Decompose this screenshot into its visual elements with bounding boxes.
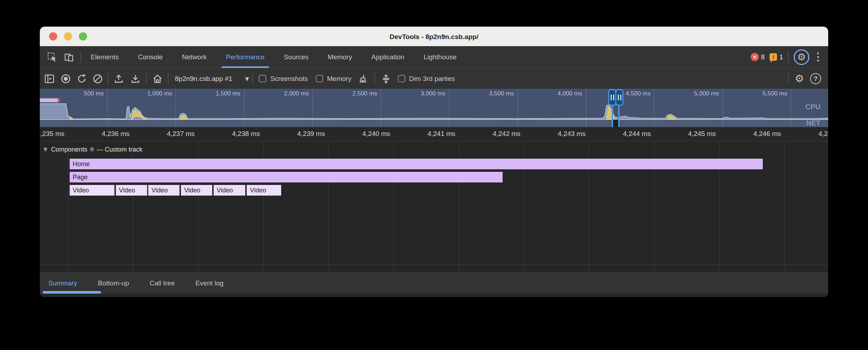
memory-label: Memory (327, 75, 352, 83)
overview-tick-label: 4,000 ms (557, 90, 582, 97)
overview-tick-label: 4,500 ms (626, 90, 650, 97)
flame-chart-area[interactable]: ▼ Components ⚛ — Custom track HomePageVi… (40, 141, 828, 273)
inspect-element-icon[interactable] (47, 52, 58, 62)
active-tab-underline (43, 291, 101, 294)
gear-icon: ⚙ (797, 52, 806, 62)
ruler-tick-label: 4,235 ms (40, 130, 64, 138)
screenshots-checkbox[interactable] (259, 75, 266, 82)
flame-bar-video[interactable]: Video (148, 185, 180, 196)
ruler-tick-label: 4,247 ms (818, 130, 828, 138)
details-tabbar: SummaryBottom-upCall treeEvent log (40, 273, 828, 297)
upload-profile-icon[interactable] (113, 73, 124, 84)
window-bottom-edge (40, 294, 828, 297)
devtools-window: DevTools - 8p2n9n.csb.app/ ElementsConso… (40, 27, 828, 297)
ruler-tick-label: 4,238 ms (232, 130, 260, 138)
overview-tick-label: 5,000 ms (694, 90, 719, 97)
selection-window (613, 120, 618, 127)
reload-and-record-icon[interactable] (76, 73, 87, 84)
timeline-overview[interactable]: 500 ms1,000 ms1,500 ms2,000 ms2,500 ms3,… (40, 89, 828, 127)
tab-call-tree[interactable]: Call tree (139, 279, 185, 287)
issues-icon: ! (770, 53, 777, 61)
ruler-tick-label: 4,246 ms (753, 130, 781, 138)
flame-bar-home[interactable]: Home (70, 159, 763, 169)
toolbar-separator (168, 73, 168, 84)
dim-3rd-parties-label: Dim 3rd parties (409, 75, 455, 83)
time-ruler: 4,235 ms4,236 ms4,237 ms4,238 ms4,239 ms… (40, 127, 828, 141)
window-title: DevTools - 8p2n9n.csb.app/ (40, 27, 828, 46)
overview-tick-label: 2,000 ms (284, 90, 309, 97)
collapse-tracks-icon[interactable] (381, 73, 391, 84)
overview-tick-label: 3,000 ms (421, 90, 446, 97)
settings-button-focused[interactable]: ⚙ (794, 49, 809, 65)
panel-tabs: ElementsConsoleNetworkPerformanceSources… (81, 46, 466, 68)
overview-gridline (381, 89, 381, 127)
clear-icon[interactable] (92, 73, 103, 84)
tab-sources[interactable]: Sources (274, 46, 318, 68)
ruler-tick-label: 4,245 ms (688, 130, 716, 138)
flame-bar-page[interactable]: Page (70, 172, 503, 182)
device-toolbar-icon[interactable] (64, 52, 75, 62)
screenshots-toggle[interactable]: Screenshots (259, 75, 308, 83)
overview-gridline (449, 89, 450, 127)
collect-garbage-icon[interactable] (358, 73, 368, 84)
issues-badge[interactable]: ! 1 (770, 53, 783, 61)
overview-gridline (107, 89, 108, 127)
target-label: 8p2n9n.csb.app #1 (175, 75, 232, 83)
chevron-down-icon: ▼ (245, 76, 249, 82)
tab-lighthouse[interactable]: Lighthouse (414, 46, 466, 68)
flame-bar-video[interactable]: Video (116, 185, 147, 196)
tab-memory[interactable]: Memory (318, 46, 362, 68)
flame-bar-video[interactable]: Video (247, 185, 281, 196)
toolbar-separator (252, 73, 253, 84)
overview-gridline (723, 89, 723, 127)
home-icon[interactable] (152, 73, 163, 84)
overview-gridline (312, 89, 313, 127)
more-options-icon[interactable] (814, 53, 822, 61)
target-selector[interactable]: 8p2n9n.csb.app #1 ▼ (171, 75, 252, 83)
track-divider (40, 264, 828, 265)
help-icon[interactable]: ? (810, 73, 821, 84)
error-count: 8 (761, 53, 765, 61)
memory-checkbox[interactable] (316, 75, 323, 82)
tab-summary[interactable]: Summary (48, 279, 87, 287)
toggle-sidebar-icon[interactable] (44, 73, 55, 84)
record-icon[interactable] (60, 73, 71, 84)
error-icon: ✕ (751, 53, 759, 61)
tab-event-log[interactable]: Event log (185, 279, 234, 287)
overview-gridline (654, 89, 654, 127)
dim-3rd-parties-checkbox[interactable] (398, 75, 405, 82)
tab-elements[interactable]: Elements (81, 46, 128, 68)
overview-tick-label: 3,500 ms (489, 90, 514, 97)
overview-tick-label: 1,000 ms (147, 90, 172, 97)
overview-gridline (586, 89, 586, 127)
memory-toggle[interactable]: Memory (316, 75, 352, 83)
tab-bottom-up[interactable]: Bottom-up (87, 279, 139, 287)
custom-track-title: Components ⚛ — Custom track (51, 146, 143, 153)
custom-track-header[interactable]: ▼ Components ⚛ — Custom track (43, 144, 143, 155)
performance-toolbar: 8p2n9n.csb.app #1 ▼ Screenshots Memory (40, 69, 828, 89)
collapse-caret-icon[interactable]: ▼ (43, 146, 48, 153)
overview-gridline (518, 89, 518, 127)
ruler-tick-label: 4,242 ms (493, 130, 520, 138)
download-profile-icon[interactable] (130, 73, 141, 84)
toolbar-separator (108, 73, 108, 84)
screenshots-label: Screenshots (270, 75, 308, 83)
tab-application[interactable]: Application (362, 46, 414, 68)
tab-performance[interactable]: Performance (216, 46, 274, 68)
ruler-tick-label: 4,241 ms (428, 130, 455, 138)
flame-bar-video[interactable]: Video (70, 185, 115, 196)
flame-bar-video[interactable]: Video (214, 185, 246, 196)
tab-console[interactable]: Console (128, 46, 172, 68)
overview-gridline (244, 89, 245, 127)
overview-tick-label: 1,500 ms (216, 90, 241, 97)
devtools-tabbar: ElementsConsoleNetworkPerformanceSources… (40, 46, 828, 68)
dim-3rd-parties-toggle[interactable]: Dim 3rd parties (398, 75, 455, 83)
overview-gridline (176, 89, 176, 127)
selection-right-handle[interactable] (615, 89, 623, 106)
error-badge[interactable]: ✕ 8 (751, 53, 765, 61)
toolbar-separator (788, 73, 789, 84)
tab-network[interactable]: Network (172, 46, 216, 68)
ruler-tick-label: 4,240 ms (362, 130, 390, 138)
performance-settings-icon[interactable]: ⚙ (795, 73, 804, 84)
flame-bar-video[interactable]: Video (181, 185, 212, 196)
